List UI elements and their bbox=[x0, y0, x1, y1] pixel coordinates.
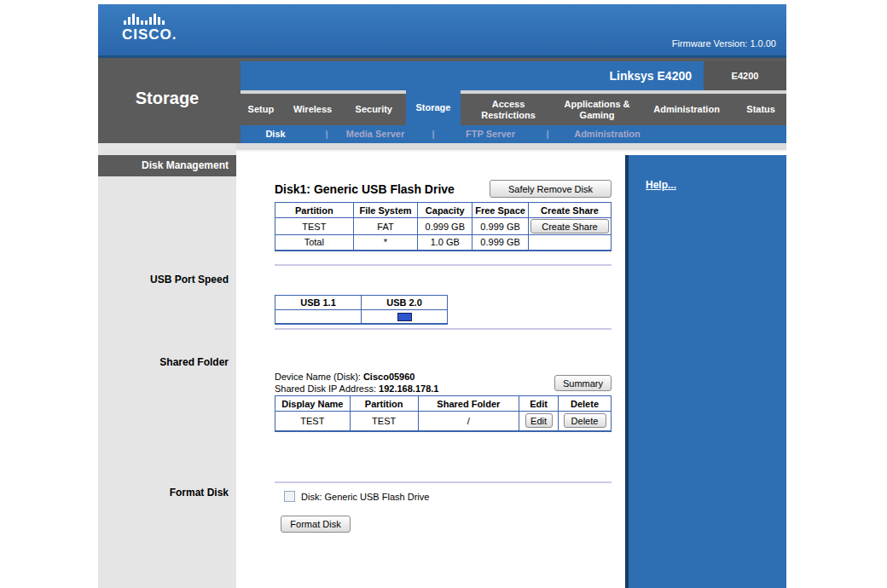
subnav-media-server[interactable]: Media Server bbox=[343, 125, 408, 143]
delete-button[interactable]: Delete bbox=[564, 413, 606, 428]
product-title-bar: Linksys E4200 E4200 bbox=[241, 61, 786, 90]
tab-applications-gaming[interactable]: Applications & Gaming bbox=[556, 94, 638, 125]
cell-fs: FAT bbox=[353, 218, 418, 235]
device-name-label: Device Name (Disk): bbox=[275, 372, 361, 382]
help-panel: Help... bbox=[625, 155, 786, 588]
col-partition: Partition bbox=[275, 203, 354, 218]
usb-2-0-active-indicator-icon bbox=[397, 313, 412, 321]
format-disk-checkbox-label: Disk: Generic USB Flash Drive bbox=[301, 492, 429, 502]
divider bbox=[275, 328, 612, 330]
cell-capacity: 0.999 GB bbox=[418, 218, 472, 235]
table-row bbox=[275, 310, 448, 324]
product-name: Linksys E4200 bbox=[241, 61, 704, 90]
main-tabs: Setup Wireless Security Storage Access R… bbox=[241, 94, 786, 125]
disk-heading: Disk1: Generic USB Flash Drive bbox=[275, 182, 455, 196]
col-partition: Partition bbox=[350, 396, 418, 412]
tab-wireless[interactable]: Wireless bbox=[281, 94, 345, 125]
cisco-logo: CISCO. bbox=[122, 13, 177, 43]
subnav-separator: | bbox=[408, 125, 459, 143]
table-header-row: Display Name Partition Shared Folder Edi… bbox=[275, 396, 612, 412]
usb-speed-table: USB 1.1 USB 2.0 bbox=[275, 295, 448, 325]
create-share-button[interactable]: Create Share bbox=[530, 219, 609, 233]
shared-ip-line: Shared Disk IP Address: 192.168.178.1 bbox=[275, 383, 438, 394]
section-label-shared-folder: Shared Folder bbox=[159, 356, 229, 368]
col-edit: Edit bbox=[519, 396, 559, 412]
nav-stack: Linksys E4200 E4200 Setup Wireless Secur… bbox=[236, 58, 786, 143]
tab-status[interactable]: Status bbox=[735, 94, 786, 125]
edit-button[interactable]: Edit bbox=[525, 413, 553, 428]
header: CISCO. Firmware Version: 1.0.00 bbox=[98, 4, 786, 58]
summary-button[interactable]: Summary bbox=[554, 375, 612, 391]
help-link[interactable]: Help... bbox=[646, 179, 676, 191]
device-name-value: Cisco05960 bbox=[363, 372, 415, 382]
table-header-row: USB 1.1 USB 2.0 bbox=[275, 296, 448, 310]
table-header-row: Partition File System Capacity Free Spac… bbox=[275, 203, 612, 218]
cell-fs: * bbox=[353, 235, 418, 251]
cell-partition: TEST bbox=[350, 412, 418, 431]
usb-2-0-cell bbox=[362, 310, 448, 324]
model-badge: E4200 bbox=[704, 61, 786, 90]
cell-capacity: 1.0 GB bbox=[418, 235, 472, 251]
cell-free: 0.999 GB bbox=[472, 235, 529, 251]
col-capacity: Capacity bbox=[418, 203, 472, 218]
cell-action bbox=[528, 235, 611, 251]
divider bbox=[275, 481, 612, 483]
divider bbox=[275, 264, 612, 266]
cell-action: Create Share bbox=[528, 218, 611, 235]
cell-partition: TEST bbox=[275, 218, 354, 235]
device-name-line: Device Name (Disk): Cisco05960 bbox=[275, 372, 415, 382]
cell-free: 0.999 GB bbox=[472, 218, 529, 235]
col-free-space: Free Space bbox=[472, 203, 529, 218]
col-shared-folder: Shared Folder bbox=[418, 396, 519, 412]
storage-subnav: Disk | Media Server | FTP Server | Admin… bbox=[241, 125, 786, 143]
format-disk-button[interactable]: Format Disk bbox=[281, 516, 351, 533]
main-panel: Disk1: Generic USB Flash Drive Safely Re… bbox=[236, 152, 625, 588]
col-create-share: Create Share bbox=[528, 203, 611, 218]
shared-ip-value: 192.168.178.1 bbox=[379, 383, 438, 394]
tab-storage[interactable]: Storage bbox=[406, 90, 461, 125]
nav-band: Storage Linksys E4200 E4200 Setup Wirele… bbox=[98, 58, 786, 143]
subnav-separator: | bbox=[310, 125, 343, 143]
cell-shared-folder: / bbox=[418, 412, 519, 431]
col-usb-1-1: USB 1.1 bbox=[275, 296, 362, 310]
cell-delete: Delete bbox=[559, 412, 612, 431]
usb-1-1-cell bbox=[275, 310, 362, 324]
col-usb-2-0: USB 2.0 bbox=[362, 296, 448, 310]
tab-setup[interactable]: Setup bbox=[241, 94, 281, 125]
table-row: Total * 1.0 GB 0.999 GB bbox=[275, 235, 612, 251]
subnav-disk[interactable]: Disk bbox=[241, 125, 310, 143]
table-row: TEST FAT 0.999 GB 0.999 GB Create Share bbox=[275, 218, 612, 235]
content-area: Disk Management USB Port Speed Shared Fo… bbox=[98, 143, 786, 588]
subnav-administration[interactable]: Administration bbox=[573, 125, 641, 143]
shared-folder-table: Display Name Partition Shared Folder Edi… bbox=[275, 395, 612, 432]
col-delete: Delete bbox=[559, 396, 612, 412]
left-rail: Disk Management USB Port Speed Shared Fo… bbox=[98, 143, 236, 588]
safely-remove-disk-button[interactable]: Safely Remove Disk bbox=[490, 180, 612, 198]
section-label-format-disk: Format Disk bbox=[170, 487, 229, 499]
table-row: TEST TEST / Edit Delete bbox=[275, 412, 612, 431]
cell-edit: Edit bbox=[519, 412, 559, 431]
section-label-usb-port-speed: USB Port Speed bbox=[150, 274, 229, 285]
col-file-system: File System bbox=[353, 203, 418, 218]
router-admin-app: CISCO. Firmware Version: 1.0.00 Storage … bbox=[98, 4, 786, 588]
cisco-logo-bars-icon bbox=[124, 13, 177, 25]
subnav-separator: | bbox=[522, 125, 573, 143]
cisco-logo-text: CISCO. bbox=[122, 26, 177, 43]
subnav-ftp-server[interactable]: FTP Server bbox=[459, 125, 522, 143]
tab-security[interactable]: Security bbox=[344, 94, 403, 125]
partition-table: Partition File System Capacity Free Spac… bbox=[275, 202, 612, 251]
firmware-version: Firmware Version: 1.0.00 bbox=[672, 38, 776, 49]
format-disk-checkbox[interactable] bbox=[284, 491, 295, 502]
section-label-disk-management: Disk Management bbox=[98, 155, 236, 176]
shared-ip-label: Shared Disk IP Address: bbox=[275, 383, 376, 394]
page-title: Storage bbox=[98, 58, 236, 143]
cell-display-name: TEST bbox=[275, 412, 351, 431]
tab-administration[interactable]: Administration bbox=[638, 94, 735, 125]
tab-access-restrictions[interactable]: Access Restrictions bbox=[461, 94, 556, 125]
col-display-name: Display Name bbox=[275, 396, 351, 412]
cell-partition: Total bbox=[275, 235, 354, 251]
divider bbox=[236, 143, 786, 152]
